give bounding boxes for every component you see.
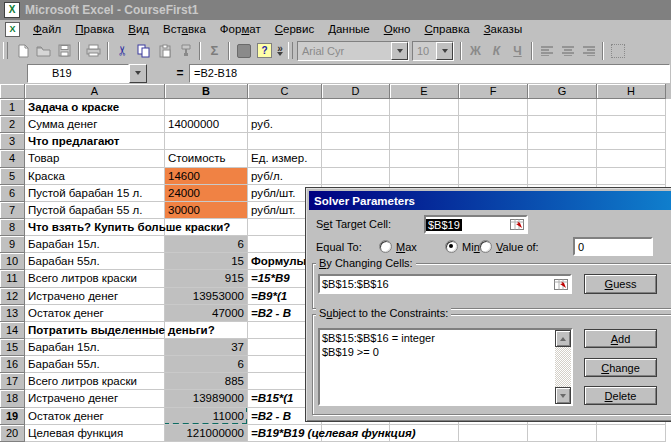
cell-G2[interactable] xyxy=(528,116,597,133)
row-header-1[interactable]: 1 xyxy=(0,99,25,116)
cell-A19[interactable]: Остаток денег xyxy=(25,408,165,425)
cell-D3[interactable] xyxy=(322,133,390,150)
menu-format[interactable]: Формат xyxy=(213,21,268,38)
row-header-5[interactable]: 5 xyxy=(0,168,25,185)
column-header-C[interactable]: C xyxy=(248,84,322,99)
cell-A5[interactable]: Краска xyxy=(25,168,165,185)
cell-F4[interactable] xyxy=(459,150,528,167)
workbook-icon[interactable]: X xyxy=(5,22,20,37)
constraints-listbox[interactable]: $B$15:$B$16 = integer $B$19 >= 0 xyxy=(318,328,573,406)
cell-B2[interactable]: 14000000 xyxy=(165,116,248,133)
cell-E1[interactable] xyxy=(390,99,459,116)
formatting-toolbar-grip[interactable] xyxy=(288,42,293,59)
cell-B4[interactable]: Стоимость xyxy=(165,150,248,167)
cell-H3[interactable] xyxy=(597,133,666,150)
guess-button[interactable]: Guess xyxy=(584,274,657,294)
row-header-8[interactable]: 8 xyxy=(0,219,25,236)
row-header-12[interactable]: 12 xyxy=(0,288,25,305)
cell-F3[interactable] xyxy=(459,133,528,150)
cell-H4[interactable] xyxy=(597,150,666,167)
cell-H1[interactable] xyxy=(597,99,666,116)
menu-file[interactable]: Файл xyxy=(26,21,68,38)
custom-tool-icon[interactable] xyxy=(233,41,254,61)
cell-B1[interactable] xyxy=(165,99,248,116)
cell-B16[interactable]: 6 xyxy=(165,356,248,373)
cell-A7[interactable]: Пустой барабан 55 л. xyxy=(25,202,165,219)
cell-F1[interactable] xyxy=(459,99,528,116)
radio-min[interactable]: Min xyxy=(445,240,480,253)
delete-button[interactable]: Delete xyxy=(584,386,657,405)
menu-insert[interactable]: Вставка xyxy=(156,21,213,38)
cell-E3[interactable] xyxy=(390,133,459,150)
save-icon[interactable] xyxy=(54,41,75,61)
radio-value-of[interactable]: Value of: xyxy=(479,240,539,253)
cell-B7[interactable]: 30000 xyxy=(165,202,248,219)
underline-icon[interactable]: Ч xyxy=(507,41,528,61)
align-center-icon[interactable] xyxy=(557,41,578,61)
changing-cells-input[interactable]: $B$15:$B$16 xyxy=(318,274,572,294)
row-header-6[interactable]: 6 xyxy=(0,185,25,202)
cell-B3[interactable] xyxy=(165,133,248,150)
cell-A2[interactable]: Сумма денег xyxy=(25,116,165,133)
font-size-combo[interactable]: 10 xyxy=(412,41,454,61)
edit-formula-button[interactable]: = xyxy=(171,66,189,80)
menu-window[interactable]: Окно xyxy=(377,21,418,38)
cell-B10[interactable]: 15 xyxy=(165,253,248,270)
constraint-item[interactable]: $B$19 >= 0 xyxy=(322,345,553,359)
cell-E2[interactable] xyxy=(390,116,459,133)
format-painter-icon[interactable] xyxy=(175,41,196,61)
cell-B5[interactable]: 14600 xyxy=(165,168,248,185)
cell-B12[interactable]: 13953000 xyxy=(165,288,248,305)
column-header-F[interactable]: F xyxy=(459,84,528,99)
cell-C2[interactable]: руб. xyxy=(248,116,322,133)
row-header-4[interactable]: 4 xyxy=(0,150,25,167)
collapse-range-icon[interactable] xyxy=(552,276,570,292)
cell-A1[interactable]: Задача о краске xyxy=(25,99,165,116)
row-header-14[interactable]: 14 xyxy=(0,322,25,339)
cell-E4[interactable] xyxy=(390,150,459,167)
cell-B13[interactable]: 47000 xyxy=(165,305,248,322)
column-header-H[interactable]: H xyxy=(597,84,666,99)
open-folder-icon[interactable] xyxy=(33,41,54,61)
cell-H20[interactable] xyxy=(597,425,666,442)
cell-A18[interactable]: Истрачено денег xyxy=(25,390,165,407)
menu-view[interactable]: Вид xyxy=(121,21,156,38)
cell-C4[interactable]: Ед. измер. xyxy=(248,150,322,167)
cell-F20[interactable] xyxy=(459,425,528,442)
cell-B19[interactable]: 11000 xyxy=(165,408,248,425)
cell-C5[interactable]: руб/л. xyxy=(248,168,322,185)
column-header-E[interactable]: E xyxy=(390,84,459,99)
italic-icon[interactable]: К xyxy=(486,41,507,61)
cell-A15[interactable]: Барабан 15л. xyxy=(25,339,165,356)
cell-A20[interactable]: Целевая функция xyxy=(25,425,165,442)
cell-A16[interactable]: Барабан 55л. xyxy=(25,356,165,373)
formula-input[interactable]: =B2-B18 xyxy=(189,64,670,83)
cell-B9[interactable]: 6 xyxy=(165,236,248,253)
cell-C1[interactable] xyxy=(248,99,322,116)
paste-icon[interactable] xyxy=(154,41,175,61)
cell-A10[interactable]: Барабан 55л. xyxy=(25,253,165,270)
cell-A14[interactable]: Потратить выделенные деньги? xyxy=(25,322,165,339)
cell-B11[interactable]: 915 xyxy=(165,270,248,287)
constraint-item[interactable]: $B$15:$B$16 = integer xyxy=(322,331,553,345)
cell-D5[interactable] xyxy=(322,168,390,185)
row-header-18[interactable]: 18 xyxy=(0,390,25,407)
scroll-down-icon[interactable] xyxy=(555,387,571,404)
row-header-2[interactable]: 2 xyxy=(0,116,25,133)
collapse-range-icon[interactable] xyxy=(508,217,526,232)
menu-tools[interactable]: Сервис xyxy=(268,21,321,38)
align-left-icon[interactable] xyxy=(536,41,557,61)
row-header-10[interactable]: 10 xyxy=(0,253,25,270)
name-box-dropdown-icon[interactable] xyxy=(129,64,147,83)
row-header-11[interactable]: 11 xyxy=(0,270,25,287)
listbox-scrollbar[interactable] xyxy=(555,330,571,404)
borders-icon[interactable] xyxy=(607,41,628,61)
cell-C3[interactable] xyxy=(248,133,322,150)
cell-B20[interactable]: 121000000 xyxy=(165,425,248,442)
toolbar-grip[interactable] xyxy=(3,42,8,59)
row-header-3[interactable]: 3 xyxy=(0,133,25,150)
row-header-17[interactable]: 17 xyxy=(0,373,25,390)
row-header-19[interactable]: 19 xyxy=(0,408,25,425)
cell-A3[interactable]: Что предлагают xyxy=(25,133,165,150)
cell-A12[interactable]: Истрачено денег xyxy=(25,288,165,305)
